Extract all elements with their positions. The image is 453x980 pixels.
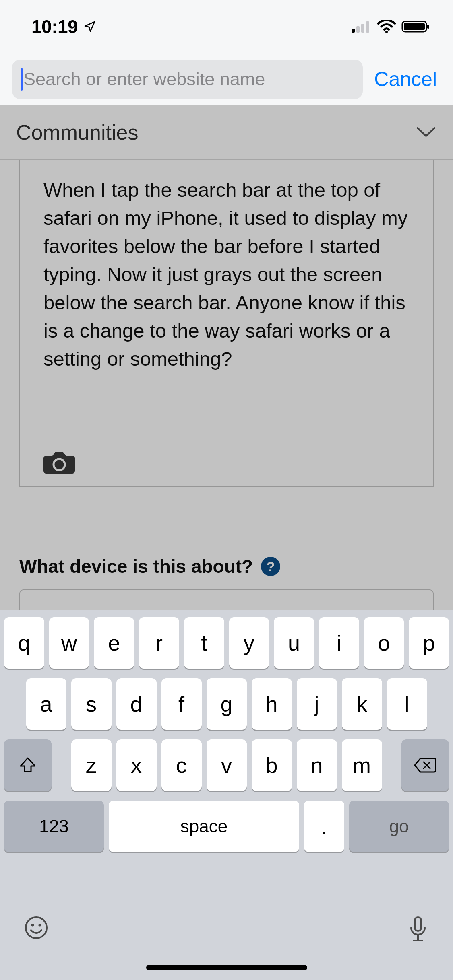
text-caret (21, 68, 23, 91)
key-t[interactable]: t (184, 617, 224, 669)
key-c[interactable]: c (161, 739, 202, 791)
location-services-icon (83, 20, 96, 33)
svg-rect-2 (361, 24, 364, 33)
svg-rect-7 (427, 25, 429, 29)
space-key[interactable]: space (109, 801, 299, 852)
svg-point-13 (39, 924, 41, 927)
cellular-signal-icon (352, 21, 372, 33)
key-x[interactable]: x (116, 739, 157, 791)
status-clock: 10:19 (31, 16, 78, 37)
key-w[interactable]: w (49, 617, 89, 669)
svg-rect-6 (404, 23, 425, 30)
key-p[interactable]: p (409, 617, 449, 669)
url-search-field[interactable]: Search or enter website name (12, 60, 363, 99)
svg-point-11 (26, 917, 47, 938)
shift-key[interactable] (4, 739, 52, 791)
svg-point-12 (31, 924, 34, 927)
url-placeholder: Search or enter website name (23, 69, 265, 90)
cancel-button[interactable]: Cancel (374, 68, 441, 91)
key-k[interactable]: k (342, 678, 382, 730)
numbers-key[interactable]: 123 (4, 801, 104, 852)
ios-keyboard: qwertyuiop asdfghjkl zxcvbnm 123 space .… (0, 610, 453, 980)
browser-url-bar: Search or enter website name Cancel (0, 53, 453, 105)
period-key[interactable]: . (304, 801, 344, 852)
key-s[interactable]: s (71, 678, 112, 730)
key-q[interactable]: q (4, 617, 44, 669)
key-b[interactable]: b (252, 739, 292, 791)
svg-rect-0 (352, 29, 355, 33)
home-indicator[interactable] (146, 965, 307, 970)
key-f[interactable]: f (161, 678, 202, 730)
dictation-key[interactable] (407, 916, 429, 944)
go-key[interactable]: go (349, 801, 449, 852)
key-u[interactable]: u (274, 617, 314, 669)
key-g[interactable]: g (207, 678, 247, 730)
key-y[interactable]: y (229, 617, 269, 669)
key-o[interactable]: o (364, 617, 404, 669)
svg-rect-3 (366, 21, 369, 33)
key-h[interactable]: h (252, 678, 292, 730)
key-m[interactable]: m (342, 739, 382, 791)
key-v[interactable]: v (207, 739, 247, 791)
svg-point-4 (385, 31, 388, 33)
key-a[interactable]: a (26, 678, 66, 730)
key-j[interactable]: j (297, 678, 337, 730)
svg-rect-14 (415, 917, 421, 931)
battery-icon (401, 20, 430, 33)
backspace-key[interactable] (401, 739, 449, 791)
emoji-key[interactable] (24, 916, 48, 940)
svg-rect-1 (356, 26, 360, 33)
key-n[interactable]: n (297, 739, 337, 791)
status-left: 10:19 (31, 16, 96, 37)
status-right (352, 20, 430, 33)
key-i[interactable]: i (319, 617, 359, 669)
key-r[interactable]: r (139, 617, 179, 669)
key-e[interactable]: e (94, 617, 134, 669)
key-d[interactable]: d (116, 678, 157, 730)
key-z[interactable]: z (71, 739, 112, 791)
key-l[interactable]: l (387, 678, 427, 730)
status-bar: 10:19 (0, 0, 453, 53)
wifi-icon (377, 20, 396, 33)
